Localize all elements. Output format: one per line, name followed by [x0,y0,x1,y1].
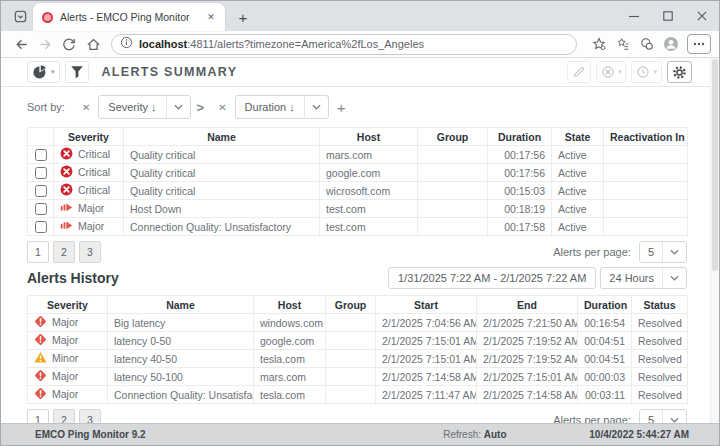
browser-nav-bar: localhost:4811/alerts?timezone=America%2… [1,31,719,58]
page-button[interactable]: 3 [79,409,101,423]
profile-avatar[interactable] [659,33,683,55]
severity-label: Major [52,316,78,328]
back-icon[interactable] [9,33,33,55]
tab-close-icon[interactable]: ✕ [203,9,219,25]
column-header[interactable]: Host [320,128,418,146]
history-row[interactable]: Minorlatency 40-50tesla.com2/1/2025 7:15… [28,350,688,368]
deactivate-dropdown-icon[interactable]: ▾ [618,68,622,76]
sort-field-duration[interactable]: Duration ↓ [235,95,329,119]
column-header[interactable]: End [477,296,578,314]
history-row[interactable]: MajorBig latencywindows.com2/1/2025 7:04… [28,314,688,332]
severity: Major [60,219,104,232]
remove-sort-severity-icon[interactable]: ✕ [82,102,90,113]
maximize-button[interactable] [651,1,685,31]
site-info-icon[interactable] [120,35,133,53]
row-checkbox[interactable] [35,149,47,161]
chevron-down-icon[interactable] [305,104,328,110]
tab-actions-icon[interactable] [7,3,33,29]
reactivation-time-button[interactable]: ▾ [631,61,662,83]
major-icon [60,201,73,214]
remove-sort-duration-icon[interactable]: ✕ [218,102,226,113]
alert-row[interactable]: MajorConnection Quality: Unsatisfactoryt… [28,218,688,236]
group-cell [418,200,488,218]
alert-row[interactable]: CriticalQuality criticalwicrosoft.com00:… [28,182,688,200]
browser-tab[interactable]: Alerts - EMCO Ping Monitor ✕ [33,3,225,31]
severity-label: Critical [78,148,110,160]
chart-view-dropdown-icon[interactable]: ▾ [51,68,55,76]
page-button[interactable]: 3 [79,241,101,263]
minimize-button[interactable] [617,1,651,31]
page-scrollbar[interactable] [710,58,719,423]
chart-view-button[interactable]: ▾ [27,61,60,83]
column-header[interactable]: Name [124,128,320,146]
page-button[interactable]: 2 [53,241,75,263]
column-header[interactable]: Status [632,296,688,314]
name-cell: Connection Quality: Unsatisfactory [108,386,254,404]
column-header[interactable]: Group [418,128,488,146]
scrollbar-thumb[interactable] [712,59,718,271]
major-diamond-icon [34,387,47,400]
range-preset-select[interactable]: 24 Hours [600,267,687,289]
history-row[interactable]: Majorlatency 50-100mars.com2/1/2025 7:14… [28,368,688,386]
name-cell: Connection Quality: Unsatisfactory [124,218,320,236]
per-page-value: 5 [640,246,662,258]
sort-by-label: Sort by: [27,101,65,113]
sort-field-severity[interactable]: Severity ↓ [98,95,190,119]
page-button[interactable]: 2 [53,409,75,423]
host-cell: windows.com [254,314,326,332]
close-button[interactable] [685,1,719,31]
column-header[interactable]: Duration [578,296,632,314]
history-per-page-select[interactable]: 5 [639,409,687,423]
column-header[interactable]: Severity [28,296,108,314]
alert-row[interactable]: CriticalQuality criticalmars.com00:17:56… [28,146,688,164]
group-cell [418,164,488,182]
page-button[interactable]: 1 [27,409,49,423]
column-header[interactable]: Start [376,296,477,314]
refresh-icon[interactable] [57,33,81,55]
deactivate-alert-button[interactable]: ▾ [596,61,627,83]
edit-button[interactable] [567,61,591,83]
column-header[interactable]: State [552,128,604,146]
date-range-picker[interactable]: 1/31/2025 7:22 AM - 2/1/2025 7:22 AM [388,267,596,289]
settings-button[interactable] [667,61,692,83]
row-checkbox[interactable] [35,185,47,197]
browser-essentials-icon[interactable] [635,33,659,55]
browser-menu-icon[interactable] [687,34,711,54]
new-tab-button[interactable]: + [231,5,255,29]
column-header[interactable]: Duration [488,128,552,146]
forward-icon[interactable] [33,33,57,55]
severity-cell: Critical [54,164,124,182]
reactivation-dropdown-icon[interactable]: ▾ [653,68,657,76]
alert-row[interactable]: MajorHost Downtest.com00:18:19Active [28,200,688,218]
history-row[interactable]: Majorlatency 0-50google.com2/1/2025 7:15… [28,332,688,350]
summary-table-body: CriticalQuality criticalmars.com00:17:56… [28,146,688,236]
chevron-down-icon[interactable] [167,104,190,110]
page-button[interactable]: 1 [27,241,49,263]
column-header[interactable]: Name [108,296,254,314]
alert-row[interactable]: CriticalQuality criticalgoogle.com00:17:… [28,164,688,182]
row-checkbox[interactable] [35,203,47,215]
favorites-star-icon[interactable] [587,33,611,55]
collections-icon[interactable] [611,33,635,55]
name-cell: Big latency [108,314,254,332]
column-header[interactable]: Host [254,296,326,314]
history-row[interactable]: MajorConnection Quality: Unsatisfactoryt… [28,386,688,404]
start-cell: 2/1/2025 7:14:58 AM [376,368,477,386]
sort-severity-label: Severity ↓ [99,101,165,113]
app-version-label: EMCO Ping Monitor 9.2 [35,429,146,440]
column-header[interactable]: Reactivation In [604,128,688,146]
summary-per-page-select[interactable]: 5 [639,241,687,263]
filter-button[interactable] [65,61,89,83]
column-header[interactable]: Severity [54,128,124,146]
row-checkbox[interactable] [35,221,47,233]
end-cell: 2/1/2025 7:21:50 AM [477,314,578,332]
add-sort-icon[interactable]: + [337,99,346,116]
group-cell [326,332,376,350]
row-checkbox[interactable] [35,167,47,179]
column-header[interactable]: Group [326,296,376,314]
address-bar[interactable]: localhost:4811/alerts?timezone=America%2… [111,34,577,55]
refresh-status: Refresh: Auto [443,429,506,440]
state-cell: Active [552,218,604,236]
home-icon[interactable] [81,33,105,55]
reactivation-cell [604,146,688,164]
